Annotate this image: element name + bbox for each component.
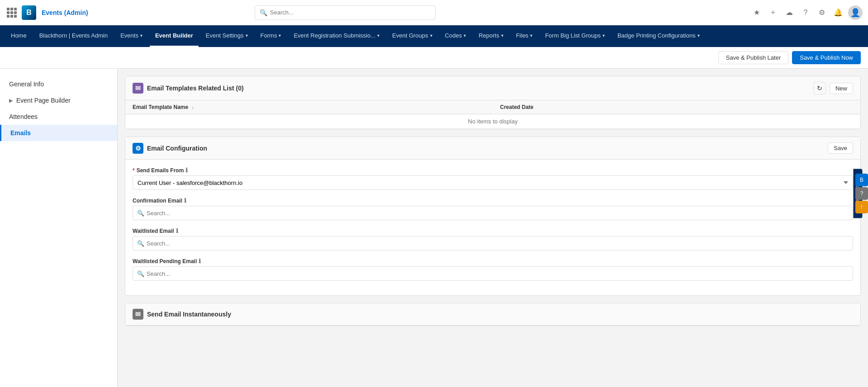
email-config-save-button[interactable]: Save <box>828 142 853 154</box>
brand-logo: B <box>22 5 36 20</box>
send-email-title: ✉ Send Email Instantaneously <box>133 309 231 320</box>
sort-icon: ↓ <box>192 105 194 110</box>
confirmation-email-search-icon: 🔍 <box>137 210 144 217</box>
nav-item-files[interactable]: Files ▾ <box>511 25 538 47</box>
side-widget-help[interactable]: ? <box>855 187 868 200</box>
settings-icon[interactable]: ⚙ <box>816 6 828 19</box>
chevron-down-icon: ▾ <box>501 33 503 38</box>
email-config-panel: ⚙ Email Configuration Save * Send Emails… <box>125 137 861 296</box>
sidebar-item-emails[interactable]: Emails <box>0 125 117 141</box>
side-widget-notifications[interactable]: ! <box>855 201 868 213</box>
nav-item-blackthorn-events-admin[interactable]: Blackthorn | Events Admin <box>34 25 114 47</box>
favorites-icon[interactable]: ★ <box>750 6 763 19</box>
waitlisted-email-input[interactable] <box>133 236 853 250</box>
table-header-row: Email Template Name ↓ Created Date <box>125 100 860 114</box>
no-items-message: No items to display <box>125 114 860 129</box>
nav-item-event-settings[interactable]: Event Settings ▾ <box>200 25 253 47</box>
chevron-down-icon: ▾ <box>430 33 432 38</box>
chevron-down-icon: ▾ <box>464 33 466 38</box>
send-email-panel-header: ✉ Send Email Instantaneously <box>125 303 860 326</box>
chevron-down-icon: ▾ <box>246 33 248 38</box>
search-input[interactable] <box>270 9 431 16</box>
chevron-right-icon: ▶ <box>9 98 13 104</box>
chevron-down-icon: ▾ <box>279 33 281 38</box>
confirmation-email-input-wrapper: 🔍 <box>133 206 853 220</box>
send-email-icon: ✉ <box>133 309 143 320</box>
app-launcher-icon <box>7 8 17 18</box>
side-widget-chat[interactable]: B <box>855 174 868 186</box>
app-navigation: HomeBlackthorn | Events AdminEvents ▾Eve… <box>0 25 868 47</box>
waitlisted-pending-email-input[interactable] <box>133 266 853 281</box>
send-emails-from-label: * Send Emails From ℹ <box>133 167 853 174</box>
waitlisted-email-info-icon[interactable]: ℹ <box>176 227 178 234</box>
nav-icons-group: ★ ＋ ☁ ? ⚙ 🔔 👤 <box>750 5 863 20</box>
nav-item-event-registration-submissio-[interactable]: Event Registration Submissio... ▾ <box>288 25 385 47</box>
email-templates-panel-header: ✉ Email Templates Related List (0) ↻ New <box>125 76 860 100</box>
save-publish-now-button[interactable]: Save & Publish Now <box>792 51 861 64</box>
chevron-down-icon: ▾ <box>697 33 700 38</box>
nav-item-badge-printing-configurations[interactable]: Badge Printing Configurations ▾ <box>612 25 705 47</box>
global-search-bar: 🔍 <box>255 5 436 20</box>
send-emails-from-info-icon[interactable]: ℹ <box>185 167 188 174</box>
nav-item-codes[interactable]: Codes ▾ <box>440 25 472 47</box>
top-navigation: B Events (Admin) 🔍 ★ ＋ ☁ ? ⚙ 🔔 👤 <box>0 0 868 25</box>
email-templates-table: Email Template Name ↓ Created Date No it… <box>125 100 860 129</box>
email-config-title: ⚙ Email Configuration <box>133 143 207 154</box>
chevron-down-icon: ▾ <box>377 33 379 38</box>
email-templates-icon: ✉ <box>133 83 143 94</box>
waitlisted-pending-email-group: Waitlisted Pending Email ℹ 🔍 <box>133 258 853 281</box>
email-templates-title: ✉ Email Templates Related List (0) <box>133 83 244 94</box>
email-config-icon: ⚙ <box>133 143 143 154</box>
email-templates-panel: ✉ Email Templates Related List (0) ↻ New… <box>125 76 861 129</box>
app-launcher-button[interactable] <box>5 6 18 19</box>
waitlisted-email-group: Waitlisted Email ℹ 🔍 <box>133 227 853 250</box>
nav-item-event-builder[interactable]: Event Builder <box>150 25 199 47</box>
waitlisted-email-search-icon: 🔍 <box>137 240 144 247</box>
confirmation-email-input[interactable] <box>133 206 853 220</box>
email-config-panel-header: ⚙ Email Configuration Save <box>125 137 860 160</box>
sidebar-item-label: General Info <box>9 80 44 88</box>
new-email-template-button[interactable]: New <box>830 83 853 94</box>
confirmation-email-info-icon[interactable]: ℹ <box>184 197 186 204</box>
waitlisted-pending-email-search-icon: 🔍 <box>137 270 144 277</box>
sidebar-item-label: Attendees <box>9 113 38 120</box>
help-icon[interactable]: ? <box>799 6 812 19</box>
nav-item-reports[interactable]: Reports ▾ <box>473 25 509 47</box>
notifications-icon[interactable]: 🔔 <box>832 6 844 19</box>
sidebar-item-event-page-builder[interactable]: ▶Event Page Builder <box>0 92 117 109</box>
waitlisted-email-input-wrapper: 🔍 <box>133 236 853 250</box>
col-email-template-name[interactable]: Email Template Name ↓ <box>125 100 493 114</box>
waitlisted-pending-email-input-wrapper: 🔍 <box>133 266 853 281</box>
side-widgets: B ? ! <box>855 174 868 213</box>
send-emails-from-group: * Send Emails From ℹ Current User - sale… <box>133 167 853 190</box>
waitlisted-pending-email-info-icon[interactable]: ℹ <box>199 258 201 264</box>
add-icon[interactable]: ＋ <box>767 6 779 19</box>
nav-item-forms[interactable]: Forms ▾ <box>255 25 287 47</box>
sidebar-item-general-info[interactable]: General Info <box>0 76 117 92</box>
user-avatar[interactable]: 👤 <box>848 5 863 20</box>
nav-item-event-groups[interactable]: Event Groups ▾ <box>387 25 438 47</box>
col-created-date: Created Date <box>493 100 861 114</box>
nav-item-events[interactable]: Events ▾ <box>115 25 148 47</box>
chevron-down-icon: ▾ <box>140 33 142 38</box>
refresh-button[interactable]: ↻ <box>813 82 826 94</box>
search-icon: 🔍 <box>260 9 267 16</box>
main-layout: General Info▶Event Page BuilderAttendees… <box>0 69 868 387</box>
send-emails-from-select[interactable]: Current User - salesforce@blackthorn.io <box>133 175 853 190</box>
save-publish-later-button[interactable]: Save & Publish Later <box>718 51 788 64</box>
waitlisted-email-label: Waitlisted Email ℹ <box>133 227 853 234</box>
action-bar: Save & Publish Later Save & Publish Now <box>0 47 868 69</box>
sidebar-item-label: Event Page Builder <box>16 97 71 104</box>
email-config-form: * Send Emails From ℹ Current User - sale… <box>125 160 860 295</box>
sidebar-item-attendees[interactable]: Attendees <box>0 109 117 125</box>
chevron-down-icon: ▾ <box>530 33 532 38</box>
email-config-actions: Save <box>828 142 853 154</box>
nav-item-form-big-list-groups[interactable]: Form Big List Groups ▾ <box>540 25 610 47</box>
content-area: ✉ Email Templates Related List (0) ↻ New… <box>118 69 868 387</box>
waitlisted-pending-email-label: Waitlisted Pending Email ℹ <box>133 258 853 264</box>
sidebar-item-label: Emails <box>10 129 31 137</box>
nav-item-home[interactable]: Home <box>5 25 32 47</box>
cloud-icon[interactable]: ☁ <box>783 6 796 19</box>
chevron-down-icon: ▾ <box>602 33 605 38</box>
send-email-panel: ✉ Send Email Instantaneously <box>125 303 861 326</box>
